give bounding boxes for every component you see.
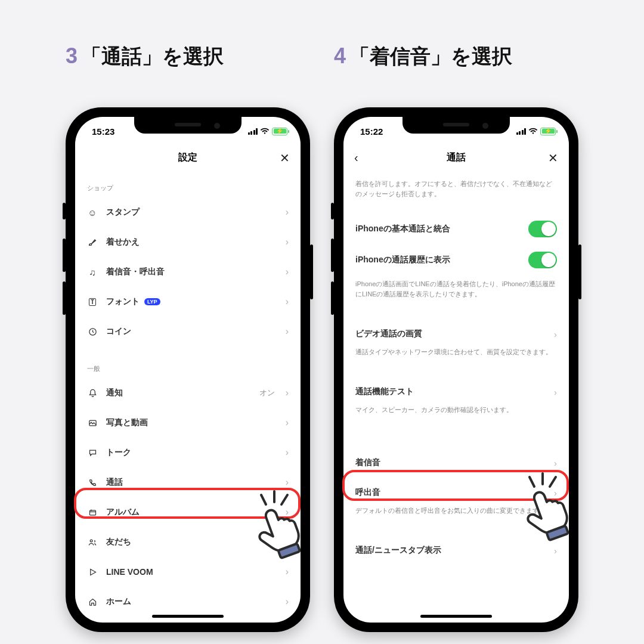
step-number: 4 — [334, 44, 346, 69]
wifi-icon — [528, 128, 538, 135]
status-time: 15:23 — [92, 126, 114, 137]
tap-finger-icon — [244, 490, 316, 562]
bell-icon — [87, 389, 98, 398]
row-notification[interactable]: 通知 オン › — [75, 378, 301, 408]
album-icon — [87, 508, 98, 517]
home-icon — [87, 597, 98, 606]
smiley-icon: ☺ — [87, 208, 98, 218]
chevron-right-icon: › — [286, 477, 289, 488]
caption-step-4: 4 「着信音」を選択 — [334, 43, 512, 70]
font-icon: T — [87, 298, 98, 306]
chevron-right-icon: › — [554, 458, 557, 468]
row-iphone-integration[interactable]: iPhoneの基本通話と統合 — [343, 216, 569, 242]
back-icon[interactable]: ‹ — [354, 151, 358, 165]
call-test-note: マイク、スピーカー、カメラの動作確認を行います。 — [343, 405, 569, 423]
chevron-right-icon: › — [554, 546, 557, 556]
chevron-right-icon: › — [554, 387, 557, 397]
caption-step-3: 3 「通話」を選択 — [66, 43, 224, 70]
signal-icon — [516, 128, 527, 135]
music-icon: ♫ — [87, 267, 98, 277]
screen-header: 設定 ✕ — [75, 143, 301, 173]
chevron-right-icon: › — [286, 447, 289, 458]
chat-icon — [87, 448, 98, 457]
battery-icon: ⚡ — [272, 128, 287, 135]
chevron-right-icon: › — [286, 237, 289, 247]
row-talk[interactable]: トーク › — [75, 438, 301, 467]
header-title: 通話 — [447, 151, 466, 164]
chevron-right-icon: › — [286, 207, 289, 218]
row-video-quality[interactable]: ビデオ通話の画質 › — [343, 321, 569, 347]
svg-line-8 — [530, 477, 534, 487]
svg-point-3 — [90, 540, 92, 542]
lyp-badge: LYP — [144, 298, 160, 305]
svg-rect-2 — [89, 510, 95, 515]
toggle-switch[interactable] — [528, 252, 557, 268]
row-font[interactable]: T フォント LYP › — [75, 287, 301, 317]
chevron-right-icon: › — [554, 329, 557, 339]
row-photo-video[interactable]: 写真と動画 › — [75, 408, 301, 438]
signal-icon — [248, 128, 258, 135]
row-call-test[interactable]: 通話機能テスト › — [343, 379, 569, 405]
chevron-right-icon: › — [286, 296, 289, 307]
chevron-right-icon: › — [286, 388, 289, 398]
home-indicator[interactable] — [420, 615, 492, 618]
incoming-permission-note: 着信を許可します。オフにすると、着信だけでなく、不在通知などのメッセージも拒否し… — [343, 173, 569, 208]
brush-icon — [87, 237, 98, 247]
toggle-switch[interactable] — [528, 221, 557, 237]
wifi-icon — [260, 128, 270, 135]
video-quality-note: 通話タイプやネットワーク環境に合わせて、画質を設定できます。 — [343, 347, 569, 366]
row-theme[interactable]: 着せかえ › — [75, 227, 301, 257]
svg-line-6 — [281, 495, 287, 504]
section-label-shop: ショップ — [75, 173, 301, 197]
section-label-general: 一般 — [75, 354, 301, 378]
play-icon — [87, 568, 98, 577]
svg-line-10 — [550, 477, 556, 487]
step-text: 「着信音」を選択 — [349, 43, 512, 70]
chevron-right-icon: › — [286, 417, 289, 428]
header-title: 設定 — [178, 151, 197, 164]
row-stamp[interactable]: ☺ スタンプ › — [75, 197, 301, 227]
svg-line-4 — [261, 495, 266, 504]
tutorial-stage: 3 「通話」を選択 4 「着信音」を選択 15:23 ⚡ 設定 ✕ シ — [0, 0, 644, 644]
iphone-integration-note: iPhoneの通話画面でLINEの通話を発着信したり、iPhoneの通話履歴にL… — [343, 273, 569, 308]
screen-header: ‹ 通話 ✕ — [343, 143, 569, 173]
phone-icon — [87, 478, 98, 487]
home-indicator[interactable] — [152, 615, 224, 618]
phone-mockup-left: 15:23 ⚡ 設定 ✕ ショップ ☺ スタンプ › — [66, 107, 310, 632]
row-iphone-history[interactable]: iPhoneの通話履歴に表示 — [343, 247, 569, 273]
step-text: 「通話」を選択 — [81, 43, 224, 70]
phone-mockup-right: 15:22 ⚡ ‹ 通話 ✕ 着信を許可します。オフにすると、着信だけでなく、不… — [334, 107, 578, 632]
row-coin[interactable]: コイン › — [75, 317, 301, 346]
chevron-right-icon: › — [286, 596, 289, 607]
chevron-right-icon: › — [286, 326, 289, 337]
status-time: 15:22 — [360, 126, 383, 137]
row-ringtone[interactable]: ♫ 着信音・呼出音 › — [75, 257, 301, 287]
coin-icon — [87, 327, 98, 336]
close-icon[interactable]: ✕ — [280, 151, 290, 165]
close-icon[interactable]: ✕ — [548, 151, 558, 165]
step-number: 3 — [66, 44, 78, 69]
row-home[interactable]: ホーム › — [75, 587, 301, 617]
tap-finger-icon — [513, 472, 584, 544]
chevron-right-icon: › — [286, 267, 289, 277]
battery-icon: ⚡ — [540, 128, 556, 135]
image-icon — [87, 419, 98, 428]
call-settings: 着信を許可します。オフにすると、着信だけでなく、不在通知などのメッセージも拒否し… — [343, 173, 569, 623]
friends-icon — [87, 538, 98, 547]
chevron-right-icon: › — [286, 566, 289, 577]
